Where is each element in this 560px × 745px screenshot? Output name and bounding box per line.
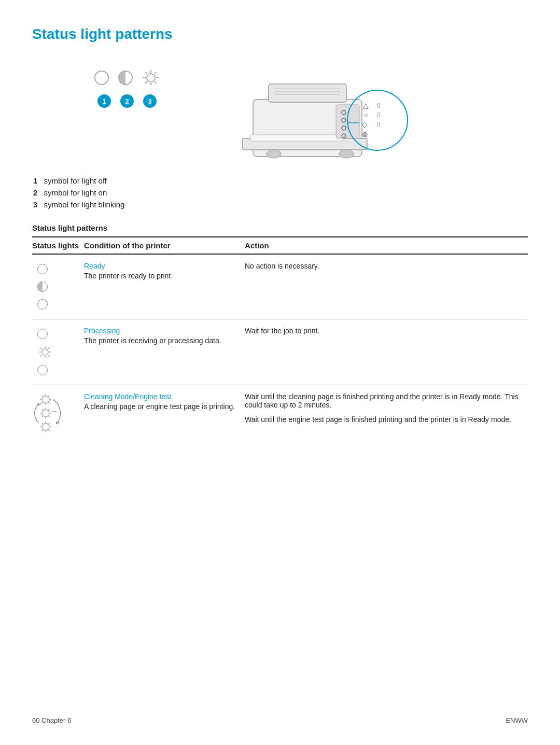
table-row-processing: Processing The printer is receiving or p… [32,319,528,385]
light-off-2 [37,299,48,310]
svg-line-6 [155,81,157,83]
svg-point-59 [42,424,49,431]
footer-left: 60 Chapter 6 [32,716,71,724]
badge-3: 3 [143,94,157,108]
svg-point-0 [147,74,155,82]
section-title: Status light patterns [32,223,528,232]
col-header-lights: Status lights [32,237,84,254]
svg-text:⊗: ⊗ [362,130,368,138]
badge-1: 1 [97,94,111,108]
svg-rect-10 [269,84,346,102]
light-off-1 [37,264,48,274]
legend-item-2: 2 symbol for light on [33,188,528,197]
light-symbols-diagram: 1 2 3 [94,68,160,108]
svg-line-39 [48,347,50,349]
svg-point-30 [267,150,281,158]
svg-point-50 [42,410,49,417]
svg-line-66 [48,423,50,425]
col-header-action: Action [245,237,528,254]
legend-item-1: 1 symbol for light off [33,176,528,185]
light-on-symbol [118,71,133,85]
footer: 60 Chapter 6 ENWW [32,716,528,724]
light-off-proc2 [37,365,48,375]
action-ready: No action is necessary. [245,254,528,319]
light-blink-proc [38,345,52,359]
svg-line-5 [145,72,147,74]
lights-processing [32,319,84,385]
diagram-area: 1 2 3 [32,58,528,162]
svg-line-65 [48,429,50,431]
printer-svg: △ 0 ○ 0 ◇ 0 ⊗ [222,58,409,167]
svg-point-32 [42,349,48,355]
svg-line-47 [48,402,50,404]
status-table: Status lights Condition of the printer A… [32,236,528,441]
condition-processing: Processing The printer is receiving or p… [84,319,245,385]
numbered-badges: 1 2 3 [97,94,157,108]
svg-line-38 [48,355,50,357]
condition-ready: Ready The printer is ready to print. [84,254,245,319]
svg-line-57 [48,409,50,411]
svg-rect-15 [250,135,344,141]
svg-text:0: 0 [377,102,381,109]
light-symbols-row [94,68,160,87]
footer-right: ENWW [506,716,528,724]
svg-line-55 [41,409,43,411]
svg-point-31 [339,150,354,158]
svg-text:○: ○ [364,111,368,119]
action-cleaning: Wait until the cleaning page is finished… [245,385,528,441]
svg-line-49 [41,402,43,404]
svg-line-64 [41,423,43,425]
svg-point-41 [42,396,49,403]
svg-text:0: 0 [377,121,381,129]
svg-line-48 [48,396,50,397]
svg-line-7 [155,72,157,74]
light-off-proc [37,329,48,339]
svg-text:◇: ◇ [362,120,368,129]
light-off-symbol [94,71,109,85]
svg-line-67 [41,429,43,431]
lights-cleaning [32,385,84,441]
svg-line-56 [48,416,50,417]
condition-cleaning: Cleaning Mode/Engine test A cleaning pag… [84,385,245,441]
light-blink-symbol [142,69,160,87]
cycle-lights-icon [32,392,63,434]
svg-text:△: △ [363,101,369,109]
table-row-cleaning: Cleaning Mode/Engine test A cleaning pag… [32,385,528,441]
cycle-svg [34,392,64,434]
col-header-condition: Condition of the printer [84,237,245,254]
action-processing: Wait for the job to print. [245,319,528,385]
lights-ready [32,254,84,319]
svg-line-58 [41,416,43,417]
svg-line-46 [41,396,43,397]
svg-line-8 [145,81,147,83]
page-title: Status light patterns [32,26,528,43]
svg-text:0: 0 [377,111,381,119]
table-row-ready: Ready The printer is ready to print. No … [32,254,528,319]
table-header-row: Status lights Condition of the printer A… [32,237,528,254]
badge-2: 2 [120,94,134,108]
printer-diagram: △ 0 ○ 0 ◇ 0 ⊗ [222,58,409,162]
legend-item-3: 3 symbol for light blinking [33,200,528,209]
svg-line-40 [40,355,42,357]
legend-list: 1 symbol for light off 2 symbol for ligh… [33,176,528,209]
svg-line-37 [40,347,42,349]
light-half-1 [37,282,48,292]
